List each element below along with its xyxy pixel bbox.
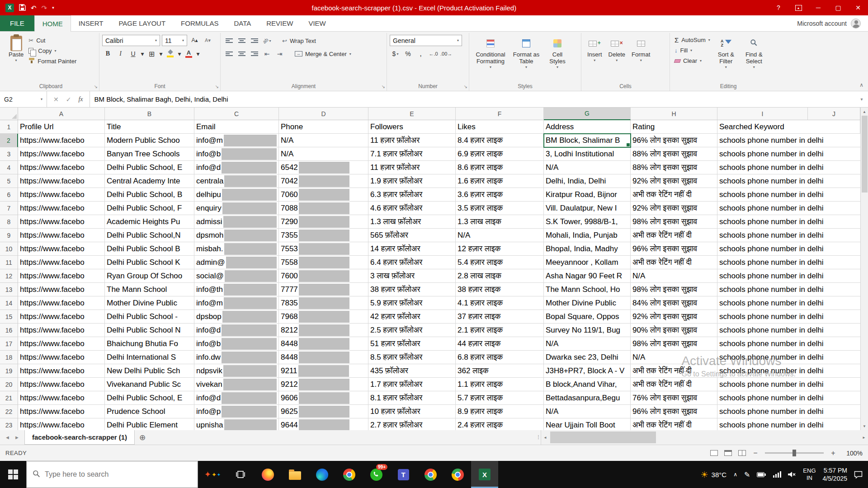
ribbon-display-options-button[interactable]: ▴ — [788, 0, 808, 15]
cell-C7[interactable]: enquiry — [194, 202, 279, 215]
cell-C2[interactable]: info@m — [194, 134, 279, 147]
cell-B22[interactable]: Prudence School — [105, 405, 194, 418]
cell-J20[interactable] — [826, 378, 860, 391]
cell-E21[interactable]: 8.1 हज़ार फ़ॉलोअर — [368, 391, 456, 405]
vertical-scrollbar[interactable]: ▲ ▼ — [860, 108, 868, 430]
cell-B6[interactable]: Delhi Public School, B — [105, 188, 194, 202]
start-button[interactable] — [0, 461, 26, 488]
cell-B13[interactable]: The Mann School — [105, 283, 194, 296]
cell-D22[interactable]: 9625 — [279, 405, 368, 418]
row-header-7[interactable]: 7 — [0, 202, 18, 215]
cell-E9[interactable]: 565 फ़ॉलोअर — [368, 229, 456, 242]
cancel-entry-icon[interactable]: ✕ — [53, 96, 59, 103]
cell-B2[interactable]: Modern Public Schoo — [105, 134, 194, 147]
underline-button[interactable]: U — [127, 48, 139, 59]
clear-button[interactable]: Clear▾ — [673, 56, 712, 66]
increase-indent-button[interactable]: ⇥ — [274, 48, 285, 59]
decrease-indent-button[interactable]: ⇤ — [261, 48, 273, 59]
font-family-select[interactable]: Calibri▾ — [102, 35, 160, 46]
cell-H1[interactable]: Rating — [631, 120, 717, 134]
sheet-nav-left-icon[interactable]: ◄ — [5, 435, 10, 440]
pen-icon[interactable]: ✎ — [744, 470, 750, 479]
qat-customize-icon[interactable]: ▾ — [52, 6, 54, 10]
cell-G1[interactable]: Address — [544, 120, 631, 134]
cell-C1[interactable]: Email — [194, 120, 279, 134]
tab-page-layout[interactable]: PAGE LAYOUT — [111, 15, 173, 31]
autosum-button[interactable]: ΣAutoSum▾ — [673, 35, 712, 45]
cell-A9[interactable]: https://www.facebo — [18, 229, 105, 242]
row-header-10[interactable]: 10 — [0, 242, 18, 256]
cell-I23[interactable]: schools phone number in delhi — [717, 418, 826, 430]
cell-D16[interactable]: 8212 — [279, 324, 368, 337]
cell-C14[interactable]: info@m — [194, 296, 279, 310]
firefox-icon[interactable] — [254, 461, 281, 488]
cell-G4[interactable]: N/A — [544, 161, 631, 174]
cell-F11[interactable]: 5.4 हज़ार लाइक — [456, 256, 544, 269]
cell-H16[interactable]: 90% लोग इसका सुझाव — [631, 324, 717, 337]
cell-I7[interactable]: schools phone number in delhi — [717, 202, 826, 215]
cell-J5[interactable] — [826, 174, 860, 188]
number-format-select[interactable]: General▾ — [390, 35, 462, 46]
cell-G18[interactable]: Dwarka sec 23, Delhi — [544, 351, 631, 364]
row-header-5[interactable]: 5 — [0, 174, 18, 188]
scroll-down-icon[interactable]: ▼ — [861, 422, 868, 430]
cell-F1[interactable]: Likes — [456, 120, 544, 134]
cell-B5[interactable]: Central Academy Inte — [105, 174, 194, 188]
cell-I6[interactable]: schools phone number in delhi — [717, 188, 826, 202]
cell-A15[interactable]: https://www.facebo — [18, 310, 105, 324]
middle-align-button[interactable] — [236, 35, 247, 46]
cell-G22[interactable]: N/A — [544, 405, 631, 418]
minimize-button[interactable]: ─ — [808, 0, 828, 15]
row-header-22[interactable]: 22 — [0, 405, 18, 418]
cell-D18[interactable]: 8448 — [279, 351, 368, 364]
row-header-4[interactable]: 4 — [0, 161, 18, 174]
row-header-11[interactable]: 11 — [0, 256, 18, 269]
top-align-button[interactable] — [223, 35, 235, 46]
cell-J11[interactable] — [826, 256, 860, 269]
cell-J6[interactable] — [826, 188, 860, 202]
cell-I5[interactable]: schools phone number in delhi — [717, 174, 826, 188]
cell-D5[interactable]: 7042 — [279, 174, 368, 188]
cell-J12[interactable] — [826, 269, 860, 283]
excel-app-icon[interactable]: X — [5, 4, 14, 12]
cell-D7[interactable]: 7088 — [279, 202, 368, 215]
cell-H13[interactable]: 98% लोग इसका सुझाव — [631, 283, 717, 296]
row-header-6[interactable]: 6 — [0, 188, 18, 202]
cell-E12[interactable]: 3 लाख फ़ॉलोअर — [368, 269, 456, 283]
cell-G23[interactable]: Near Ujjain Toll Boot — [544, 418, 631, 430]
row-header-2[interactable]: 2 — [0, 134, 18, 147]
cell-B4[interactable]: Delhi Public School, E — [105, 161, 194, 174]
cell-J19[interactable] — [826, 364, 860, 378]
cell-A3[interactable]: https://www.facebo — [18, 147, 105, 161]
row-header-15[interactable]: 15 — [0, 310, 18, 324]
cell-E18[interactable]: 8.5 हज़ार फ़ॉलोअर — [368, 351, 456, 364]
taskbar-excel-button[interactable]: X — [471, 461, 498, 488]
tab-home[interactable]: HOME — [34, 15, 71, 32]
cell-D2[interactable]: N/A — [279, 134, 368, 147]
cell-I15[interactable]: schools phone number in delhi — [717, 310, 826, 324]
cell-A12[interactable]: https://www.facebo — [18, 269, 105, 283]
tab-formulas[interactable]: FORMULAS — [173, 15, 226, 31]
tab-view[interactable]: VIEW — [301, 15, 333, 31]
cell-E14[interactable]: 5.9 हज़ार फ़ॉलोअर — [368, 296, 456, 310]
cell-I16[interactable]: schools phone number in delhi — [717, 324, 826, 337]
cell-D11[interactable]: 7558 — [279, 256, 368, 269]
cell-A20[interactable]: https://www.facebo — [18, 378, 105, 391]
zoom-out-button[interactable]: − — [752, 449, 759, 457]
accounting-format-button[interactable]: $▾ — [390, 48, 401, 59]
format-cells-button[interactable]: Format▾ — [628, 34, 653, 62]
cell-A13[interactable]: https://www.facebo — [18, 283, 105, 296]
cell-J3[interactable] — [826, 147, 860, 161]
vertical-scroll-thumb[interactable] — [862, 116, 868, 192]
font-size-select[interactable]: 11▾ — [162, 35, 187, 46]
cell-B17[interactable]: Bhaichung Bhutia Fo — [105, 337, 194, 351]
cell-A21[interactable]: https://www.facebo — [18, 391, 105, 405]
cell-F9[interactable]: N/A — [456, 229, 544, 242]
cell-G5[interactable]: Delhi, India, Delhi — [544, 174, 631, 188]
cell-J18[interactable] — [826, 351, 860, 364]
cell-E16[interactable]: 2.5 हज़ार फ़ॉलोअर — [368, 324, 456, 337]
cell-G7[interactable]: Vill. Daulatpur, New I — [544, 202, 631, 215]
cell-J7[interactable] — [826, 202, 860, 215]
cell-C23[interactable]: upnisha — [194, 418, 279, 430]
cell-A8[interactable]: https://www.facebo — [18, 215, 105, 229]
